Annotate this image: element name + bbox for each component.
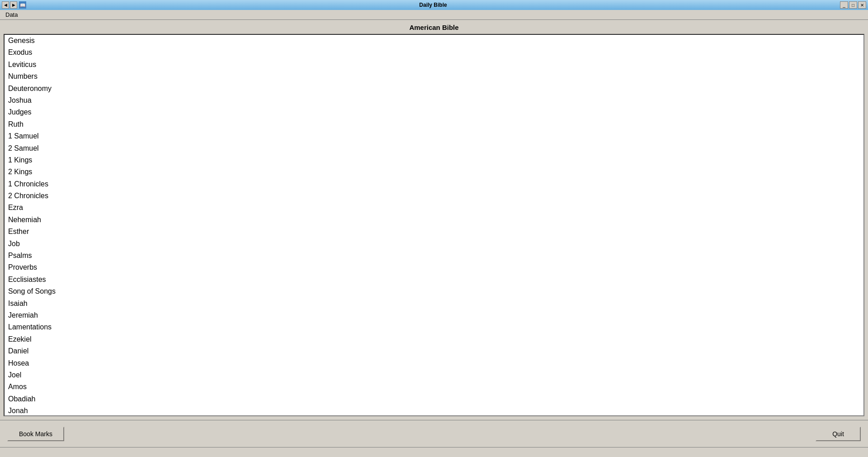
app-icon: 📖 — [19, 1, 26, 9]
list-item[interactable]: Hosea — [5, 357, 863, 369]
list-item[interactable]: Deuteronomy — [5, 83, 863, 95]
nav-back-button[interactable]: ◀ — [2, 1, 9, 9]
list-item[interactable]: Numbers — [5, 71, 863, 82]
list-item[interactable]: Amos — [5, 381, 863, 393]
bottom-bar: Book Marks Quit — [0, 420, 868, 447]
bookmarks-button[interactable]: Book Marks — [7, 427, 64, 441]
list-item[interactable]: 1 Chronicles — [5, 178, 863, 190]
list-item[interactable]: Joel — [5, 369, 863, 381]
title-bar-controls: _ □ ✕ — [840, 1, 866, 9]
status-bar — [0, 447, 868, 457]
list-item[interactable]: Psalms — [5, 250, 863, 262]
list-item[interactable]: Ruth — [5, 119, 863, 130]
list-item[interactable]: Jonah — [5, 405, 863, 416]
list-item[interactable]: Proverbs — [5, 262, 863, 273]
menu-item-data[interactable]: Data — [2, 10, 21, 19]
list-item[interactable]: Daniel — [5, 345, 863, 357]
list-item[interactable]: Ezra — [5, 202, 863, 214]
list-item[interactable]: 2 Kings — [5, 166, 863, 178]
window-title: Daily Bible — [28, 2, 838, 8]
quit-button[interactable]: Quit — [816, 427, 861, 441]
bible-books-list[interactable]: GenesisExodusLeviticusNumbersDeuteronomy… — [4, 34, 864, 416]
list-item[interactable]: Lamentations — [5, 321, 863, 333]
list-item[interactable]: Job — [5, 238, 863, 250]
list-item[interactable]: 2 Chronicles — [5, 190, 863, 202]
list-item[interactable]: Obadiah — [5, 393, 863, 405]
title-bar-nav-buttons: ◀ ▶ — [2, 1, 17, 9]
list-item[interactable]: Jeremiah — [5, 309, 863, 321]
maximize-button[interactable]: □ — [849, 1, 857, 9]
list-item[interactable]: 1 Kings — [5, 154, 863, 166]
app-window: ◀ ▶ 📖 Daily Bible _ □ ✕ Data American Bi… — [0, 0, 868, 457]
section-title: American Bible — [4, 24, 864, 31]
menu-bar: Data — [0, 10, 868, 20]
list-item[interactable]: Leviticus — [5, 59, 863, 71]
close-button[interactable]: ✕ — [858, 1, 866, 9]
list-item[interactable]: Judges — [5, 106, 863, 118]
list-item[interactable]: 2 Samuel — [5, 143, 863, 154]
list-item[interactable]: Esther — [5, 226, 863, 238]
title-bar: ◀ ▶ 📖 Daily Bible _ □ ✕ — [0, 0, 868, 10]
nav-forward-button[interactable]: ▶ — [10, 1, 17, 9]
list-item[interactable]: Ezekiel — [5, 333, 863, 345]
main-content: American Bible GenesisExodusLeviticusNum… — [0, 20, 868, 420]
list-item[interactable]: Joshua — [5, 95, 863, 106]
list-item[interactable]: Ecclisiastes — [5, 274, 863, 286]
list-item[interactable]: Exodus — [5, 47, 863, 58]
list-item[interactable]: Nehemiah — [5, 214, 863, 226]
list-item[interactable]: Isaiah — [5, 298, 863, 309]
minimize-button[interactable]: _ — [840, 1, 848, 9]
list-item[interactable]: Song of Songs — [5, 286, 863, 297]
list-item[interactable]: 1 Samuel — [5, 130, 863, 142]
list-item[interactable]: Genesis — [5, 35, 863, 47]
